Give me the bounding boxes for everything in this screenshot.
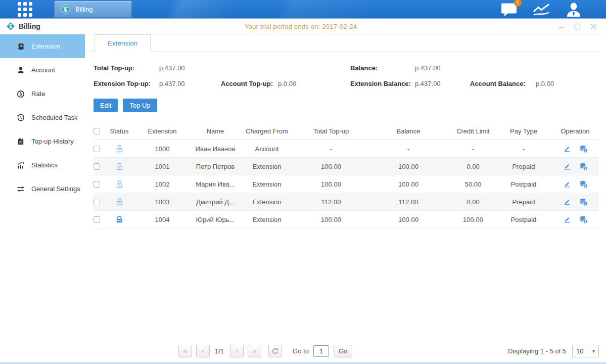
sidebar-item-extension[interactable]: Extension [0,34,85,58]
tab-strip: Extension [85,34,599,52]
close-button[interactable] [590,23,597,30]
dollar-circle-icon: $ [16,90,25,98]
svg-text:$: $ [9,23,12,29]
window-title-area: $ Billing [6,22,40,31]
notification-badge: ! [514,0,522,7]
total-topup-cell: 100.00 [296,180,366,188]
refresh-button[interactable] [268,345,282,357]
edit-icon[interactable] [563,145,571,153]
total-topup-label: Total Top-up: [94,60,159,76]
sidebar-item-label: Extension [31,42,60,50]
col-pay-type: Pay Type [496,127,551,135]
taskbar-tab-label: Billing [75,6,93,13]
top-up-coins-icon[interactable]: $ [579,198,588,206]
table-row: 1002 Мария Ива... Extension 100.00 100.0… [94,175,599,193]
balance-cell: 100.00 [366,216,450,223]
next-page-button[interactable]: › [230,345,244,357]
sidebar-item-rate[interactable]: $ Rate [0,82,85,106]
minimize-button[interactable] [558,23,565,30]
credit-limit-cell: 0.00 [450,163,496,170]
total-topup-cell: 100.00 [296,163,366,170]
edit-icon[interactable] [563,180,571,188]
extension-topup-label: Extension Top-up: [94,76,159,92]
ledger-icon [16,42,25,51]
page-size-select[interactable]: 10 ▾ [572,345,599,357]
messages-icon[interactable]: ! [501,2,518,17]
total-topup-cell: 100.00 [296,216,366,223]
account-topup-label: Account Top-up: [221,76,278,92]
top-up-coins-icon[interactable]: $ [579,145,588,153]
extension-cell: 1002 [132,180,193,188]
name-cell: Дмитрий Д... [193,198,238,206]
name-cell: Мария Ива... [193,180,238,188]
last-page-button[interactable]: » [248,345,261,357]
charged-from-cell: Extension [238,163,296,170]
top-up-coins-icon[interactable]: $ [579,162,588,171]
credit-limit-cell: - [450,145,496,153]
lock-open-icon [115,162,124,171]
extension-cell: 1000 [132,145,193,153]
row-checkbox[interactable] [94,146,100,152]
pay-type-cell: Prepaid [496,163,551,170]
balance-cell: - [366,145,450,153]
history-clock-icon [16,114,25,122]
go-button[interactable]: Go [334,345,352,357]
row-checkbox[interactable] [94,181,100,188]
user-menu-icon[interactable] [565,2,582,17]
charged-from-cell: Account [238,145,296,153]
row-checkbox[interactable] [94,199,100,205]
goto-page-input[interactable] [313,345,329,357]
name-cell: Петр Петров [193,163,238,170]
resource-monitor-icon[interactable] [532,2,550,17]
taskbar-tab-billing[interactable]: $ Billing [55,1,132,18]
credit-limit-cell: 0.00 [450,198,496,206]
edit-icon[interactable] [563,198,571,206]
table-header: Status Extension Name Charged From Total… [94,122,599,140]
edit-button[interactable]: Edit [94,99,118,112]
pay-type-cell: Postpaid [496,216,551,223]
prev-page-button[interactable]: ‹ [196,345,210,357]
balance-cell: 100.00 [366,163,450,170]
extension-cell: 1004 [132,216,193,223]
window-titlebar: $ Billing Your trial period ends on: 201… [0,19,606,34]
select-all-checkbox[interactable] [94,128,100,134]
first-page-button[interactable]: « [178,345,192,357]
pay-type-cell: Prepaid [496,198,551,206]
sidebar-item-label: Account [31,66,55,74]
sidebar: Extension Account $ Rate Scheduled T [0,34,85,362]
tab-extension[interactable]: Extension [95,34,151,52]
row-checkbox[interactable] [94,216,100,223]
svg-text:$: $ [64,6,67,13]
maximize-button[interactable] [574,23,581,30]
sidebar-item-scheduled-task[interactable]: Scheduled Task [0,106,85,129]
account-topup-value: p.0.00 [278,76,296,92]
row-checkbox[interactable] [94,163,100,170]
credit-limit-cell: 100.00 [450,216,496,223]
charged-from-cell: Extension [238,216,296,223]
trial-notice: Your trial period ends on: 2017-02-24 [245,23,357,30]
sidebar-item-general-settings[interactable]: General Settings [0,177,85,201]
dropdown-arrow-icon: ▾ [592,348,595,354]
svg-text:$: $ [584,184,586,188]
balance-cell: 100.00 [366,180,450,188]
sidebar-item-account[interactable]: Account [0,58,85,82]
balance-label: Balance: [350,60,415,76]
charged-from-cell: Extension [238,198,296,206]
sidebar-item-topup-history[interactable]: Top-up History [0,129,85,153]
sidebar-item-label: Top-up History [31,138,74,145]
top-up-coins-icon[interactable]: $ [579,215,588,224]
refresh-icon [271,347,279,355]
billing-diamond-icon: $ [6,22,15,31]
col-total-topup: Total Top-up [296,127,366,135]
main-content: Extension Total Top-up:p.437.00 Extensio… [85,34,606,362]
edit-icon[interactable] [563,215,571,223]
sidebar-item-statistics[interactable]: Statistics [0,153,85,177]
top-up-coins-icon[interactable]: $ [579,180,588,189]
col-credit-limit: Credit Limit [450,127,496,135]
app-launcher-icon[interactable] [18,2,32,17]
col-operation: Operation [551,127,599,135]
col-charged-from: Charged From [238,127,296,135]
extension-cell: 1003 [132,198,193,206]
edit-icon[interactable] [563,162,571,170]
top-up-button[interactable]: Top Up [123,99,157,112]
